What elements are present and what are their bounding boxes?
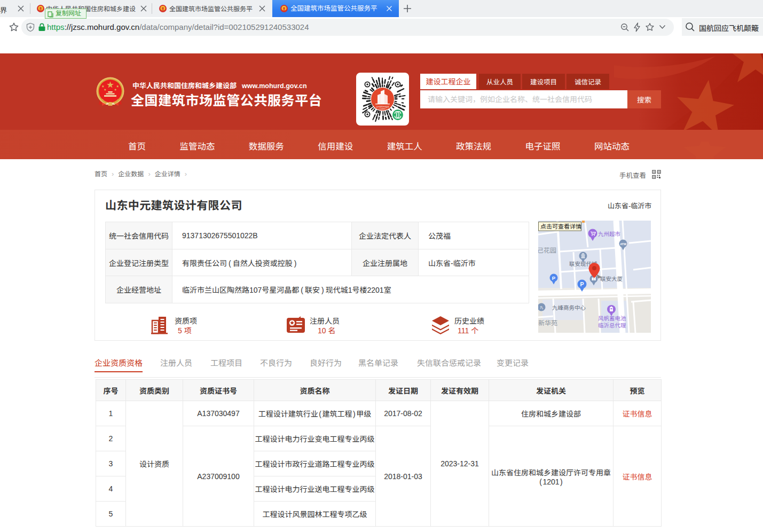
svg-text:P: P: [580, 281, 584, 287]
svg-text:九州超市: 九州超市: [598, 230, 620, 238]
svg-text:ATM: ATM: [620, 242, 626, 246]
svg-text:九: 九: [540, 304, 544, 310]
svg-text:联安大厦: 联安大厦: [600, 275, 623, 283]
svg-text:己花园: 己花园: [538, 245, 556, 254]
svg-text:九峰商务中心: 九峰商务中心: [552, 303, 586, 311]
svg-text:公共服务平台: 公共服务平台: [379, 108, 387, 110]
svg-text:点击可查看详情: 点击可查看详情: [540, 222, 581, 230]
svg-text:P: P: [552, 275, 556, 281]
svg-text:临沂总代理: 临沂总代理: [598, 321, 626, 329]
svg-text:新华苑: 新华苑: [538, 318, 557, 327]
